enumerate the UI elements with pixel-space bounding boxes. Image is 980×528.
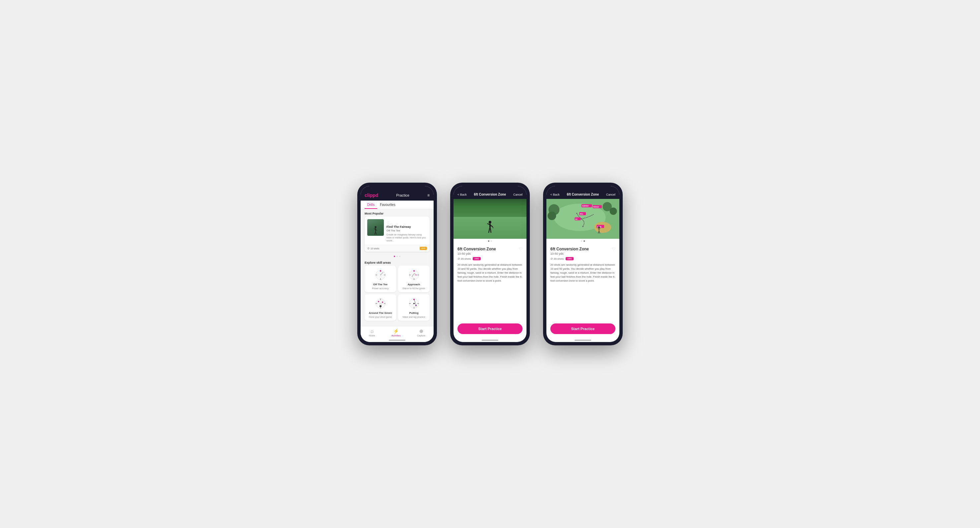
featured-card-desc: Create an imaginary fairway using trees … [387, 233, 427, 242]
skill-name-off-tee: Off The Tee [373, 283, 388, 286]
explore-label: Explore skill areas [361, 258, 434, 266]
clock-icon: ⏱ [367, 247, 369, 250]
phone-3: < Back 6ft Conversion Zone Cancel [543, 183, 623, 345]
svg-line-15 [380, 272, 383, 275]
featured-card-title: Find The Fairway [387, 225, 427, 229]
skill-name-around-green: Around The Green [369, 311, 392, 314]
p3-dot-2[interactable] [584, 241, 585, 242]
nav-capture-label: Capture [417, 334, 425, 337]
phone-1-home-bar [389, 340, 406, 341]
p2-meta: ⏱ 20 shots ARG [458, 257, 522, 260]
featured-card-fav[interactable]: ♡ [387, 221, 390, 225]
p3-dot-1[interactable] [581, 241, 582, 242]
map-svg: Hit Miss FAIRWAY ROUGH SAND [546, 199, 619, 239]
putting-icon [407, 297, 421, 310]
phone-2-screen: < Back 6ft Conversion Zone Cancel [453, 186, 527, 342]
featured-card[interactable]: ♡ Find The Fairway Off The Tee Create an… [364, 217, 430, 252]
p1-logo: clippd [364, 193, 378, 198]
phone-1-screen: clippd Practice ≡ Drills Favourites Most… [361, 186, 434, 342]
svg-point-73 [598, 227, 600, 228]
p2-header-title: 6ft Conversion Zone [474, 193, 506, 196]
dot-1[interactable] [394, 256, 395, 257]
p3-drill-image: Hit Miss FAIRWAY ROUGH SAND [546, 199, 619, 239]
most-popular-label: Most Popular [361, 209, 434, 217]
golfer-silhouette [373, 226, 378, 235]
p3-dots [546, 239, 619, 243]
svg-line-4 [375, 232, 375, 234]
skill-card-off-tee[interactable]: Off The Tee Power accuracy [364, 266, 396, 292]
svg-point-79 [582, 226, 584, 227]
phone-3-screen: < Back 6ft Conversion Zone Cancel [546, 186, 619, 342]
p1-practice-title: Practice [396, 193, 409, 197]
p2-drill-title: 6ft Conversion Zone [458, 247, 522, 251]
p2-dot-1[interactable] [488, 241, 489, 242]
golf-photo-scene [453, 199, 527, 239]
p3-fav-icon[interactable]: ♡ [612, 247, 616, 251]
svg-point-59 [548, 212, 556, 220]
p2-shots-info: ⏱ 20 shots [458, 257, 471, 260]
svg-point-61 [610, 207, 617, 215]
p1-menu-icon[interactable]: ≡ [427, 193, 430, 198]
svg-point-48 [489, 221, 491, 223]
nav-activities-label: Activities [391, 334, 401, 337]
svg-point-24 [414, 270, 415, 272]
phone-2-notch [480, 188, 500, 190]
nav-home[interactable]: ⌂ Home [369, 329, 375, 337]
featured-card-subtitle: Off The Tee [387, 229, 427, 232]
p2-back-button[interactable]: < Back [458, 193, 467, 196]
skill-desc-putting: Make and lag practice [402, 316, 425, 318]
nav-activities[interactable]: ⚡ Activities [391, 329, 401, 337]
nav-capture[interactable]: ⊕ Capture [417, 329, 425, 337]
featured-card-shots: ⏱ 10 shots [367, 247, 379, 250]
phones-container: clippd Practice ≡ Drills Favourites Most… [357, 183, 623, 345]
skill-card-around-green[interactable]: Around The Green Hone your short game [364, 294, 396, 321]
p2-dots [453, 239, 527, 243]
p1-content: Most Popular [361, 209, 434, 326]
skill-card-putting[interactable]: Putting Make and lag practice [398, 294, 430, 321]
p2-content: ♡ 6ft Conversion Zone 10-50 yds ⏱ 20 sho… [453, 243, 527, 321]
p2-start-button[interactable]: Start Practice [458, 324, 522, 334]
p3-bottom-bar: Start Practice [546, 321, 619, 342]
off-tee-icon [374, 268, 387, 282]
p2-clock-icon: ⏱ [458, 257, 460, 260]
skill-grid: Off The Tee Power accuracy [361, 266, 434, 324]
featured-card-content: ♡ Find The Fairway Off The Tee Create an… [364, 217, 430, 245]
dot-3[interactable] [399, 256, 401, 257]
p3-meta: ⏱ 20 shots ARG [550, 257, 616, 260]
phone-2-home-bar [482, 340, 498, 341]
p2-dot-2[interactable] [491, 241, 492, 242]
p2-fav-icon[interactable]: ♡ [519, 247, 522, 251]
nav-home-label: Home [369, 334, 375, 337]
phone-3-home-bar [574, 340, 591, 341]
p2-drill-image [453, 199, 527, 239]
svg-point-80 [581, 218, 582, 220]
svg-text:Hit: Hit [575, 219, 578, 220]
golfer-figure [487, 221, 493, 235]
svg-point-14 [380, 270, 381, 272]
svg-text:Miss: Miss [580, 213, 584, 215]
featured-card-footer: ⏱ 10 shots OTT [364, 245, 430, 252]
p3-description: 20 shots are randomly generated at dista… [550, 263, 616, 283]
phone-2: < Back 6ft Conversion Zone Cancel [450, 183, 530, 345]
svg-point-46 [414, 303, 415, 304]
p3-content: ♡ 6ft Conversion Zone 10-50 yds ⏱ 20 sho… [546, 243, 619, 321]
tab-favourites[interactable]: Favourites [377, 201, 398, 209]
p3-tag: ARG [566, 257, 573, 260]
p3-cancel-button[interactable]: Cancel [606, 193, 616, 196]
home-icon: ⌂ [371, 329, 373, 334]
p2-cancel-button[interactable]: Cancel [513, 193, 522, 196]
golf-map-scene: Hit Miss FAIRWAY ROUGH SAND [546, 199, 619, 239]
skill-desc-around-green: Hone your short game [369, 316, 392, 318]
dot-2[interactable] [396, 256, 398, 257]
p1-tabs: Drills Favourites [361, 201, 434, 209]
p3-back-button[interactable]: < Back [550, 193, 560, 196]
tab-drills[interactable]: Drills [364, 201, 377, 209]
p3-clock-icon: ⏱ [550, 257, 553, 260]
svg-line-53 [490, 228, 491, 233]
skill-desc-off-tee: Power accuracy [372, 287, 389, 290]
svg-line-54 [493, 227, 493, 230]
skill-card-approach[interactable]: Approach Dial-in to hit the green [398, 266, 430, 292]
phone-1-notch [387, 188, 407, 190]
p3-drill-title: 6ft Conversion Zone [550, 247, 616, 251]
p3-start-button[interactable]: Start Practice [550, 324, 616, 334]
